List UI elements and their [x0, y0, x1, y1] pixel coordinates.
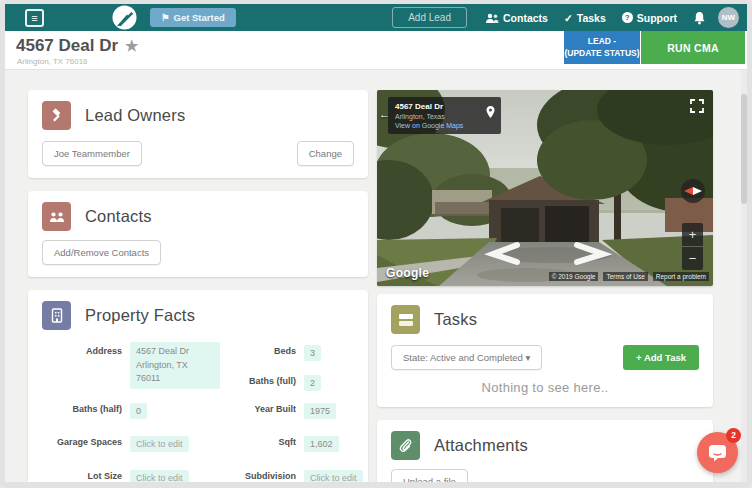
sv-address-line2: Arlington, Texas [395, 113, 494, 120]
chat-bubble-icon [708, 444, 727, 462]
google-logo: Google [386, 266, 429, 280]
task-state-filter-dropdown[interactable]: State: Active and Completed ▾ [391, 345, 542, 370]
garage-spaces-field[interactable]: Click to edit [130, 436, 189, 452]
owner-button[interactable]: Joe Teammember [42, 141, 142, 166]
contacts-group-icon [42, 202, 71, 231]
app-logo[interactable] [112, 5, 137, 30]
year-built-field[interactable]: 1975 [304, 403, 336, 419]
terms-link[interactable]: Terms of Use [603, 272, 647, 281]
nav-contacts[interactable]: Contacts [485, 12, 548, 24]
upload-file-button[interactable]: Upload a file [391, 469, 468, 482]
baths-full-field[interactable]: 2 [304, 375, 321, 391]
chevron-down-icon: ▾ [526, 352, 531, 363]
question-icon: ? [622, 12, 633, 23]
property-facts-card: Property Facts Address 4567 Deal Dr Arli… [28, 290, 368, 482]
copyright-text: © 2019 Google [549, 272, 599, 281]
app-window: ≡ ⚑ Get Started Add Lead Contacts ✓ Task… [5, 4, 747, 482]
favorite-star-icon[interactable]: ★ [125, 37, 138, 55]
field-label: Lot Size [42, 467, 122, 482]
baths-half-field[interactable]: 0 [130, 403, 147, 419]
add-task-button[interactable]: + Add Task [623, 345, 699, 370]
street-view-address-card: 4567 Deal Dr Arlington, Texas View on Go… [388, 97, 501, 134]
nav-tasks[interactable]: ✓ Tasks [564, 12, 606, 24]
left-column: Lead Owners Joe Teammember Change Contac… [28, 90, 368, 482]
view-on-google-maps-link[interactable]: View on Google Maps [395, 122, 494, 129]
property-header: 4567 Deal Dr ★ Arlington, TX 76016 LEAD … [5, 31, 747, 70]
beds-field[interactable]: 3 [304, 345, 321, 361]
card-title: Attachments [434, 436, 528, 455]
lead-owners-card: Lead Owners Joe Teammember Change [28, 90, 368, 178]
zoom-in-button[interactable]: + [682, 223, 703, 247]
card-title: Lead Owners [85, 106, 185, 125]
nav-support[interactable]: ? Support [622, 12, 677, 24]
screenshot-frame: ≡ ⚑ Get Started Add Lead Contacts ✓ Task… [0, 0, 752, 488]
user-avatar[interactable]: NW [718, 7, 739, 28]
get-started-button[interactable]: ⚑ Get Started [150, 8, 236, 27]
scrollbar-track[interactable] [741, 70, 747, 482]
card-title: Tasks [434, 310, 477, 329]
people-icon [485, 13, 499, 23]
menu-icon[interactable]: ≡ [25, 9, 44, 27]
field-label: Year Built [230, 400, 296, 433]
zoom-out-button[interactable]: − [682, 247, 703, 270]
field-label: Address [42, 342, 122, 372]
chat-widget-button[interactable]: 2 [697, 432, 738, 473]
card-title: Contacts [85, 207, 152, 226]
page-title: 4567 Deal Dr ★ [16, 36, 139, 56]
field-label: Subdivision [230, 467, 296, 482]
card-title: Property Facts [85, 306, 195, 325]
notifications-bell-icon[interactable] [693, 11, 706, 25]
task-list-icon [391, 305, 420, 334]
street-view-zoom-control: + − [682, 223, 703, 270]
add-lead-button[interactable]: Add Lead [392, 7, 467, 28]
scrollbar-thumb[interactable] [741, 94, 747, 204]
street-view-panorama[interactable]: ← 4567 Deal Dr Arlington, Texas View on … [377, 90, 713, 286]
subdivision-field[interactable]: Click to edit [304, 470, 363, 482]
chat-unread-badge: 2 [726, 428, 741, 443]
tasks-card: Tasks State: Active and Completed ▾ + Ad… [377, 294, 713, 407]
field-label: Baths (full) [230, 372, 296, 400]
empty-tasks-message: Nothing to see here.. [391, 380, 699, 395]
property-facts-grid: Address 4567 Deal Dr Arlington, TX 76011… [42, 342, 354, 482]
run-cma-button[interactable]: RUN CMA [641, 31, 745, 64]
paperclip-icon [391, 431, 420, 460]
flag-icon: ⚑ [161, 12, 170, 23]
change-owner-button[interactable]: Change [297, 141, 354, 166]
sqft-field[interactable]: 1,602 [304, 436, 339, 452]
map-pin-icon [486, 106, 495, 118]
building-icon [42, 301, 71, 330]
fullscreen-icon[interactable] [690, 99, 704, 113]
report-problem-link[interactable]: Report a problem [653, 272, 709, 281]
top-nav: ≡ ⚑ Get Started Add Lead Contacts ✓ Task… [5, 4, 747, 31]
property-location: Arlington, TX 76016 [17, 57, 88, 66]
contacts-card: Contacts Add/Remove Contacts [28, 191, 368, 277]
right-column: ← 4567 Deal Dr Arlington, Texas View on … [377, 90, 713, 482]
field-label: Beds [230, 342, 296, 372]
field-label: Garage Spaces [42, 433, 122, 467]
field-label: Baths (half) [42, 400, 122, 433]
sv-address-line1: 4567 Deal Dr [395, 102, 494, 111]
attachments-card: Attachments Upload a file [377, 420, 713, 482]
field-label: Sqft [230, 433, 296, 467]
add-remove-contacts-button[interactable]: Add/Remove Contacts [42, 240, 161, 265]
compass-icon[interactable] [680, 178, 706, 204]
address-field[interactable]: 4567 Deal Dr Arlington, TX 76011 [130, 342, 220, 389]
gavel-icon [42, 101, 71, 130]
check-icon: ✓ [564, 12, 573, 24]
lot-size-field[interactable]: Click to edit [130, 470, 189, 482]
lead-status-button[interactable]: LEAD - (UPDATE STATUS) [564, 31, 640, 64]
